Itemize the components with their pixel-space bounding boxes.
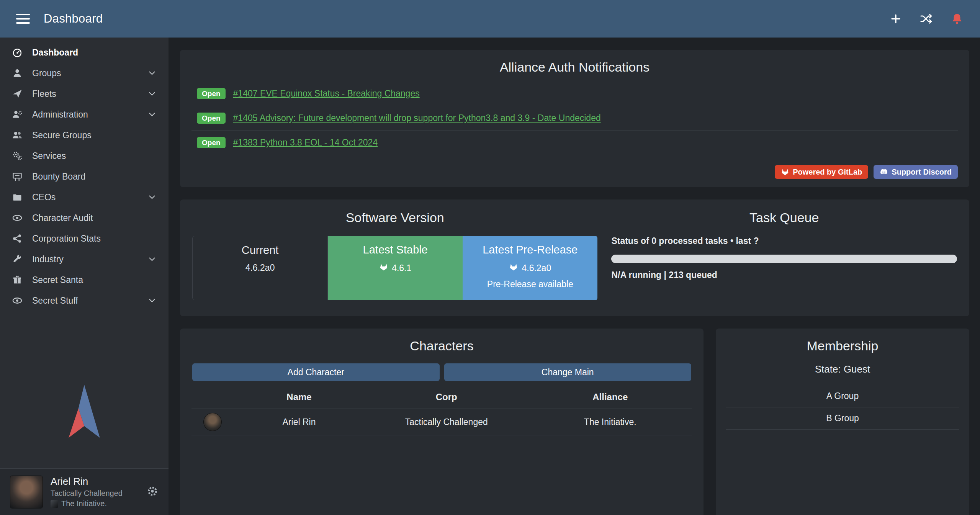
menu-icon[interactable] — [16, 14, 30, 24]
add-icon[interactable] — [889, 12, 903, 26]
version-stable-cell: Latest Stable 4.6.1 — [328, 236, 463, 300]
chevron-down-icon — [147, 89, 157, 99]
software-version-section: Software Version Current 4.6.2a0 Latest … — [192, 210, 597, 300]
support-discord-badge[interactable]: Support Discord — [874, 165, 958, 179]
notifications-panel: Alliance Auth Notifications Open #1407 E… — [180, 50, 969, 187]
user-icon — [11, 67, 23, 79]
alliance-logo-icon — [51, 500, 58, 508]
notifications-title: Alliance Auth Notifications — [191, 60, 958, 75]
task-queue-section: Task Queue Status of 0 processed tasks •… — [597, 210, 957, 300]
task-progress-bar — [611, 255, 957, 263]
eye-icon — [11, 212, 23, 224]
gitlab-icon — [379, 262, 388, 274]
notification-link[interactable]: #1383 Python 3.8 EOL - 14 Oct 2024 — [233, 137, 378, 148]
character-portrait — [203, 413, 222, 431]
gears-icon — [11, 150, 23, 162]
chevron-down-icon — [147, 192, 157, 202]
sidebar-item-label: Corporation Stats — [32, 234, 101, 244]
sidebar-item-label: Secret Santa — [32, 275, 83, 285]
sidebar-item-label: Groups — [32, 68, 61, 78]
group-list-item: B Group — [726, 407, 959, 430]
users-gear-icon — [11, 109, 23, 120]
gear-icon[interactable] — [146, 485, 159, 499]
membership-title: Membership — [726, 338, 959, 353]
notification-row: Open #1383 Python 3.8 EOL - 14 Oct 2024 — [191, 131, 958, 155]
version-strip: Current 4.6.2a0 Latest Stable 4.6.1 Late… — [192, 236, 597, 300]
gitlab-icon — [509, 262, 518, 274]
character-row: Ariel Rin Tactically Challenged The Init… — [191, 409, 692, 435]
gauge-icon — [11, 47, 23, 58]
sidebar-item-dashboard[interactable]: Dashboard — [0, 42, 169, 63]
sidebar-item-groups[interactable]: Groups — [0, 63, 169, 83]
version-current-cell: Current 4.6.2a0 — [192, 236, 328, 300]
user-alliance: The Initiative. — [61, 499, 107, 508]
notification-link[interactable]: #1405 Advisory: Future development will … — [233, 113, 601, 123]
status-panel: Software Version Current 4.6.2a0 Latest … — [180, 199, 969, 316]
membership-state: State: Guest — [726, 363, 959, 375]
user-corp: Tactically Challenged — [51, 489, 123, 498]
add-character-button[interactable]: Add Character — [192, 363, 440, 381]
sidebar-item-label: Administration — [32, 110, 88, 120]
notification-row: Open #1407 EVE Equinox Status - Breaking… — [191, 82, 958, 106]
sidebar-item-fleets[interactable]: Fleets — [0, 83, 169, 104]
users-icon — [11, 129, 23, 141]
powered-by-gitlab-badge[interactable]: Powered by GitLab — [775, 165, 868, 179]
characters-panel: Characters Add Character Change Main Nam… — [180, 329, 704, 515]
chevron-down-icon — [147, 254, 157, 264]
sidebar-item-label: Fleets — [32, 89, 56, 99]
status-badge: Open — [197, 88, 226, 99]
user-avatar — [10, 476, 43, 508]
sidebar-item-corporation-stats[interactable]: Corporation Stats — [0, 228, 169, 249]
notification-row: Open #1405 Advisory: Future development … — [191, 106, 958, 131]
membership-group-list: A Group B Group — [726, 385, 959, 430]
gitlab-icon — [781, 168, 789, 176]
sidebar-item-industry[interactable]: Industry — [0, 249, 169, 270]
sidebar-nav: Dashboard Groups Fleets — [0, 38, 169, 311]
sidebar-item-secure-groups[interactable]: Secure Groups — [0, 125, 169, 146]
task-queue-counts: N/A running | 213 queued — [611, 270, 957, 280]
chevron-down-icon — [147, 68, 157, 78]
status-badge: Open — [197, 113, 226, 124]
characters-title: Characters — [191, 338, 692, 353]
chevron-down-icon — [147, 110, 157, 119]
sidebar-item-label: Bounty Board — [32, 172, 85, 182]
sidebar-item-label: Dashboard — [32, 47, 78, 58]
alliance-auth-logo — [52, 378, 117, 448]
sidebar-item-bounty-board[interactable]: Bounty Board — [0, 166, 169, 187]
app-root: Dashboard — [0, 0, 980, 515]
sidebar-item-ceos[interactable]: CEOs — [0, 187, 169, 208]
fleet-icon — [11, 88, 23, 100]
main-content: Alliance Auth Notifications Open #1407 E… — [169, 38, 980, 515]
discord-icon — [880, 168, 888, 176]
status-badge: Open — [197, 137, 226, 148]
notifications-list: Open #1407 EVE Equinox Status - Breaking… — [191, 82, 958, 155]
characters-table: Name Corp Alliance Ariel Rin Tactically … — [191, 392, 692, 435]
wrench-icon — [11, 253, 23, 265]
folder-icon — [11, 191, 23, 203]
sidebar-item-label: CEOs — [32, 192, 56, 203]
sidebar-item-character-audit[interactable]: Character Audit — [0, 208, 169, 228]
eye-icon — [11, 295, 23, 306]
top-navbar: Dashboard — [0, 0, 980, 38]
billboard-icon — [11, 171, 23, 182]
sidebar-item-label: Industry — [32, 254, 64, 265]
sidebar-item-administration[interactable]: Administration — [0, 104, 169, 125]
sidebar-item-label: Secure Groups — [32, 130, 92, 141]
sidebar-item-label: Services — [32, 151, 66, 161]
change-main-button[interactable]: Change Main — [444, 363, 692, 381]
notification-link[interactable]: #1407 EVE Equinox Status - Breaking Chan… — [233, 88, 420, 99]
chevron-down-icon — [147, 296, 157, 306]
sidebar-user-panel: Ariel Rin Tactically Challenged The Init… — [0, 468, 169, 515]
share-nodes-icon — [11, 233, 23, 244]
character-alliance: The Initiative. — [528, 417, 692, 427]
bell-icon[interactable] — [950, 12, 964, 26]
sidebar-item-secret-santa[interactable]: Secret Santa — [0, 270, 169, 290]
membership-panel: Membership State: Guest A Group B Group — [716, 329, 969, 515]
sidebar-item-services[interactable]: Services — [0, 146, 169, 166]
software-version-title: Software Version — [192, 210, 597, 225]
shuffle-icon[interactable] — [919, 12, 933, 26]
task-queue-status: Status of 0 processed tasks • last ? — [611, 236, 957, 246]
user-name: Ariel Rin — [51, 476, 123, 487]
group-list-item: A Group — [726, 385, 959, 407]
sidebar-item-secret-stuff[interactable]: Secret Stuff — [0, 290, 169, 311]
